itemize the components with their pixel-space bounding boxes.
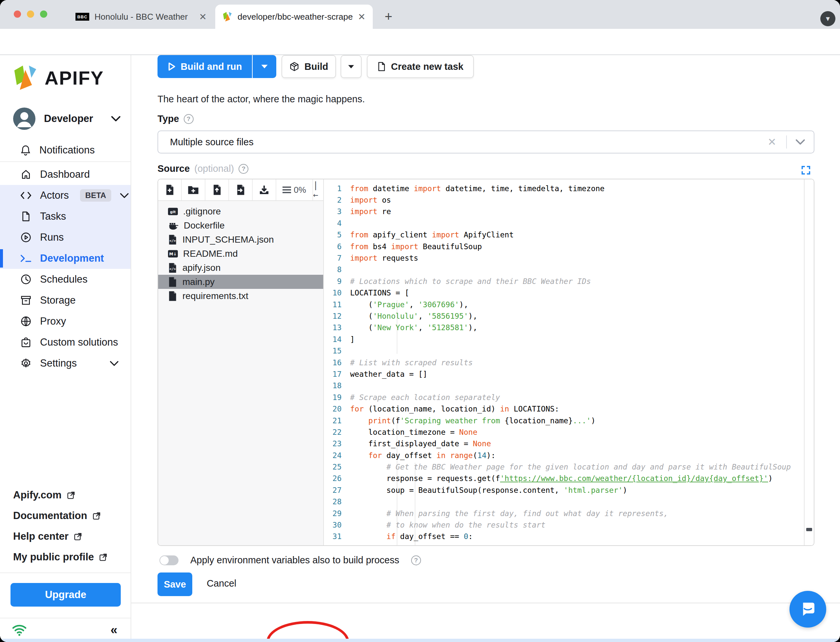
new-file-button[interactable] (158, 179, 182, 200)
globe-icon (20, 316, 31, 327)
code-line: 8 (324, 264, 804, 276)
source-code-editor[interactable]: 0%|← git.gitignoreDockerfile</>INPUT_SCH… (158, 179, 814, 546)
apify-logo[interactable]: APIFY (13, 64, 104, 91)
code-line: 19# Scrape each location separately (324, 391, 804, 403)
sidebar-item-runs[interactable]: Runs (0, 227, 131, 248)
collapse-sidebar-button[interactable]: « (110, 623, 117, 637)
file-item-main-py[interactable]: main.py (158, 275, 323, 289)
file-name: requirements.txt (182, 291, 249, 302)
line-number: 28 (324, 498, 350, 506)
code-line: 31 if day_offset == 0: (324, 531, 804, 542)
external-link-icon (93, 512, 101, 520)
line-number: 30 (324, 521, 350, 529)
build-and-run-dropdown-button[interactable] (253, 55, 276, 78)
file-item-readme-md[interactable]: M↓README.md (158, 246, 323, 261)
clear-select-icon[interactable]: ✕ (767, 136, 777, 148)
line-number: 11 (324, 300, 350, 309)
file-item-dockerfile[interactable]: Dockerfile (158, 218, 323, 232)
chat-widget-button[interactable] (790, 591, 826, 627)
upgrade-button[interactable]: Upgrade (10, 583, 121, 606)
clock-icon (20, 274, 31, 285)
download-button[interactable] (253, 179, 276, 200)
notifications-label: Notifications (39, 144, 95, 156)
close-tab-icon[interactable]: ✕ (358, 11, 366, 22)
close-tab-icon[interactable]: ✕ (199, 11, 207, 22)
code-line: 24 for day_offset in range(14): (324, 449, 804, 461)
build-button[interactable]: Build (281, 55, 336, 78)
external-link-icon (67, 491, 75, 499)
tab-search-button[interactable]: ▼ (821, 11, 835, 26)
collapse-panel-button[interactable]: |← (313, 179, 323, 200)
sidebar-item-schedules[interactable]: Schedules (0, 269, 131, 290)
play-circle-icon (20, 232, 31, 243)
git-file-icon: git (168, 208, 178, 216)
sidebar-item-settings[interactable]: Settings (0, 353, 131, 374)
file-item-input-schema-json[interactable]: </>INPUT_SCHEMA.json (158, 232, 323, 246)
source-type-select[interactable]: Multiple source files ✕ (158, 130, 814, 154)
line-number: 5 (324, 230, 350, 239)
sidebar-item-proxy[interactable]: Proxy (0, 311, 131, 332)
scrollbar-thumb[interactable] (806, 528, 812, 531)
cancel-button[interactable]: Cancel (207, 578, 236, 589)
editor-scrollbar[interactable] (804, 179, 814, 545)
new-tab-button[interactable]: + (381, 10, 396, 24)
sidebar-item-tasks[interactable]: Tasks (0, 206, 131, 227)
line-number: 8 (324, 265, 350, 274)
code-line: 1from datetime import datetime, time, ti… (324, 183, 804, 194)
sidebar-item-storage[interactable]: Storage (0, 290, 131, 311)
sidebar-item-dashboard[interactable]: Dashboard (0, 164, 131, 185)
upload-file-button[interactable] (205, 179, 229, 200)
list-icon (283, 186, 291, 193)
minimize-window-button[interactable] (27, 10, 34, 18)
help-icon[interactable]: ? (411, 555, 421, 565)
import-file-button[interactable] (229, 179, 253, 200)
sidebar-item-notifications[interactable]: Notifications (20, 144, 95, 156)
build-dropdown-button[interactable] (341, 55, 362, 78)
editor-zoom-control[interactable]: 0% (276, 179, 313, 200)
chevron-down-icon[interactable] (795, 139, 805, 145)
line-number: 23 (324, 439, 350, 448)
divider (131, 603, 840, 603)
file-item--gitignore[interactable]: git.gitignore (158, 204, 323, 218)
create-new-task-button[interactable]: Create new task (367, 55, 474, 78)
editor-toolbar: 0%|← (158, 179, 324, 201)
code-lines: 1from datetime import datetime, time, ti… (324, 183, 804, 542)
account-switcher[interactable]: Developer (13, 107, 121, 130)
code-line: 11 ('Prague', '3067696'), (324, 299, 804, 310)
build-and-run-button[interactable]: Build and run (158, 55, 252, 78)
sidebar-item-development[interactable]: Development (0, 248, 131, 269)
file-item-apify-json[interactable]: </>apify.json (158, 261, 323, 275)
tab-apify-console[interactable]: developer/bbc-weather-scrape ✕ (215, 5, 373, 29)
line-number: 17 (324, 370, 350, 378)
save-button[interactable]: Save (158, 572, 192, 596)
line-number: 12 (324, 312, 350, 320)
sidebar-link-apify-com[interactable]: Apify.com (13, 488, 107, 502)
fullscreen-expand-icon[interactable] (801, 165, 811, 175)
sidebar-item-actors[interactable]: ActorsBETA (0, 185, 131, 206)
env-variables-toggle[interactable] (159, 555, 179, 565)
file-item-requirements-txt[interactable]: requirements.txt (158, 289, 323, 303)
toggle-label: Apply environment variables also to buil… (190, 555, 399, 566)
help-icon[interactable]: ? (184, 114, 193, 124)
code-line: 21 print(f'Scraping weather from {locati… (324, 415, 804, 426)
page: APIFY Developer Notifications DashboardA… (0, 55, 840, 642)
help-icon[interactable]: ? (239, 164, 249, 174)
source-label: Source (optional) ? (158, 163, 249, 174)
file-name: INPUT_SCHEMA.json (182, 234, 274, 245)
external-link-icon (99, 553, 107, 561)
code-panel[interactable]: 1from datetime import datetime, time, ti… (324, 179, 804, 545)
sidebar-link-my-public-profile[interactable]: My public profile (13, 551, 107, 564)
chat-bubble-icon (798, 600, 817, 619)
sidebar-item-custom-solutions[interactable]: Custom solutions (0, 332, 131, 353)
code-line: 25 # Get the BBC Weather page for the gi… (324, 461, 804, 472)
new-folder-button[interactable] (182, 179, 205, 200)
tab-title: Honolulu - BBC Weather (94, 12, 194, 22)
tab-bbc-weather[interactable]: BBC Honolulu - BBC Weather ✕ (68, 5, 214, 29)
sidebar-item-label: Schedules (40, 274, 88, 285)
sidebar-link-documentation[interactable]: Documentation (13, 509, 107, 522)
maximize-window-button[interactable] (40, 10, 47, 18)
file-tree: git.gitignoreDockerfile</>INPUT_SCHEMA.j… (158, 201, 324, 545)
divider (786, 135, 787, 149)
sidebar-link-help-center[interactable]: Help center (13, 530, 107, 543)
close-window-button[interactable] (14, 10, 21, 18)
